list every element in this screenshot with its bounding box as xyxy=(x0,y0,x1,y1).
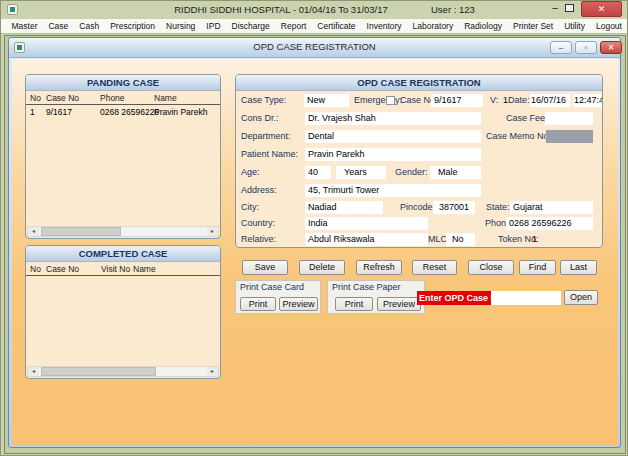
case-memo-field[interactable] xyxy=(546,130,593,143)
state-field[interactable] xyxy=(510,201,593,214)
close-icon: ✕ xyxy=(608,43,615,52)
city-label: City: xyxy=(241,201,259,214)
pending-case-header-row: No Case No Phone Name xyxy=(26,92,220,105)
address-field[interactable] xyxy=(305,184,481,197)
menu-radiology[interactable]: Radiology xyxy=(459,19,508,34)
case-no-field[interactable] xyxy=(431,94,483,107)
token-no-value: 1 xyxy=(532,233,537,246)
registration-title: OPD CASE REGISTRATION xyxy=(236,75,602,91)
cell-name: Pravin Parekh xyxy=(154,106,207,119)
menu-nursing[interactable]: Nursing xyxy=(161,19,201,34)
relative-label: Relative: xyxy=(241,233,276,246)
scroll-left-arrow-icon[interactable]: ◄ xyxy=(28,367,39,376)
department-field[interactable] xyxy=(305,130,481,143)
emergency-checkbox[interactable] xyxy=(386,96,395,105)
refresh-button[interactable]: Refresh xyxy=(356,260,402,275)
menu-report[interactable]: Report xyxy=(275,19,312,34)
scrollbar-thumb[interactable] xyxy=(41,227,121,236)
menu-bar: Master Case Cash Prescription Nursing IP… xyxy=(1,19,628,34)
address-label: Address: xyxy=(241,184,277,197)
menu-master[interactable]: Master xyxy=(6,19,43,34)
country-label: Country: xyxy=(241,217,275,230)
print-case-card-group: Print Case Card Print Preview xyxy=(235,280,321,314)
child-close-button[interactable]: ✕ xyxy=(600,41,622,54)
child-minimize-button[interactable]: – xyxy=(550,41,572,54)
delete-button[interactable]: Delete xyxy=(299,260,345,275)
cell-phone: 0268 26596226 xyxy=(100,106,159,119)
case-memo-label: Case Memo No: xyxy=(486,130,551,143)
opd-registration-window: OPD CASE REGISTRATION – ▫ ✕ PANDING CASE… xyxy=(8,37,621,448)
cons-dr-field[interactable] xyxy=(305,112,481,125)
col-case-no: Case No xyxy=(46,263,79,276)
menu-discharge[interactable]: Discharge xyxy=(226,19,275,34)
print-case-card-preview-button[interactable]: Preview xyxy=(279,297,318,311)
menu-case[interactable]: Case xyxy=(43,19,74,34)
print-case-paper-print-button[interactable]: Print xyxy=(335,297,373,311)
menu-certificate[interactable]: Certificate xyxy=(312,19,361,34)
date-field[interactable] xyxy=(530,94,570,107)
maximize-button[interactable] xyxy=(565,4,574,12)
country-field[interactable] xyxy=(305,217,428,230)
cons-dr-label: Cons Dr.: xyxy=(241,112,279,125)
menu-ipd[interactable]: IPD xyxy=(201,19,226,34)
menu-logout[interactable]: Logout xyxy=(590,19,627,34)
pending-case-row[interactable]: 1 9/1617 0268 26596226 Pravin Parekh xyxy=(26,106,220,118)
col-no: No xyxy=(30,263,41,276)
application-window: RIDDHI SIDDHI HOSPITAL - 01/04/16 To 31/… xyxy=(0,0,628,456)
case-type-label: Case Type: xyxy=(241,94,286,107)
pending-horizontal-scrollbar[interactable]: ◄ ► xyxy=(27,226,219,237)
age-field[interactable] xyxy=(305,166,331,179)
menu-printer-set[interactable]: Printer Set xyxy=(508,19,559,34)
find-button[interactable]: Find xyxy=(519,260,556,275)
mlc-field[interactable] xyxy=(446,233,475,246)
close-form-button[interactable]: Close xyxy=(468,260,514,275)
visit-label: V: xyxy=(490,94,498,107)
col-no: No xyxy=(30,92,41,105)
relative-field[interactable] xyxy=(305,233,428,246)
gender-label: Gender: xyxy=(395,166,428,179)
scroll-right-arrow-icon[interactable]: ► xyxy=(207,227,218,236)
cell-no: 1 xyxy=(30,106,35,119)
completed-case-title: COMPLETED CASE xyxy=(26,246,220,262)
city-field[interactable] xyxy=(305,201,383,214)
reset-button[interactable]: Reset xyxy=(412,260,457,275)
print-case-card-print-button[interactable]: Print xyxy=(240,297,276,311)
case-fee-field[interactable] xyxy=(545,112,593,125)
menu-inventory[interactable]: Inventory xyxy=(361,19,407,34)
state-label: State: xyxy=(486,201,510,214)
scroll-left-arrow-icon[interactable]: ◄ xyxy=(28,227,39,236)
opd-case-no-input[interactable] xyxy=(491,291,561,305)
case-type-field[interactable] xyxy=(304,94,349,107)
form-area: PANDING CASE No Case No Phone Name 1 9/1… xyxy=(12,59,618,446)
user-label: User : 123 xyxy=(431,3,475,17)
scrollbar-thumb[interactable] xyxy=(41,367,156,376)
department-label: Department: xyxy=(241,130,291,143)
age-unit-field[interactable] xyxy=(336,166,386,179)
print-case-paper-preview-button[interactable]: Preview xyxy=(377,297,421,311)
scroll-right-arrow-icon[interactable]: ► xyxy=(207,367,218,376)
menu-laboratory[interactable]: Laboratory xyxy=(407,19,459,34)
close-button[interactable]: ✕ xyxy=(581,1,622,17)
patient-name-label: Patient Name: xyxy=(241,148,298,161)
menu-cash[interactable]: Cash xyxy=(74,19,105,34)
gender-field[interactable] xyxy=(430,166,481,179)
last-button[interactable]: Last xyxy=(560,260,597,275)
pincode-field[interactable] xyxy=(433,201,475,214)
date-label: Date: xyxy=(508,94,530,107)
phone-field[interactable] xyxy=(506,217,593,230)
col-phone: Phone xyxy=(100,92,125,105)
child-maximize-button[interactable]: ▫ xyxy=(575,41,597,54)
menu-prescription[interactable]: Prescription xyxy=(105,19,161,34)
enter-opd-case-no-label: Enter OPD Case No: xyxy=(417,291,491,305)
pincode-label: Pincode: xyxy=(400,201,435,214)
close-icon: ✕ xyxy=(598,4,606,14)
print-case-paper-group: Print Case Paper Print Preview xyxy=(327,280,425,314)
minimize-button[interactable]: – xyxy=(547,1,563,16)
window-titlebar: RIDDHI SIDDHI HOSPITAL - 01/04/16 To 31/… xyxy=(1,1,628,19)
time-field[interactable] xyxy=(573,94,603,107)
open-button[interactable]: Open xyxy=(564,290,598,305)
menu-utility[interactable]: Utility xyxy=(559,19,591,34)
save-button[interactable]: Save xyxy=(242,260,288,275)
patient-name-field[interactable] xyxy=(305,148,481,161)
completed-horizontal-scrollbar[interactable]: ◄ ► xyxy=(27,366,219,377)
